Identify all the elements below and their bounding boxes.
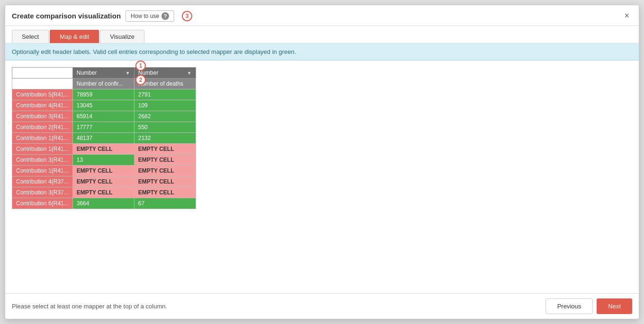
cell-col2-2[interactable]: 2682	[134, 111, 196, 122]
previous-button[interactable]: Previous	[546, 298, 593, 314]
cell-col1-6[interactable]: 13	[72, 155, 134, 166]
info-bar-text: Optionally edit header labels. Valid cel…	[12, 48, 296, 55]
how-to-use-button[interactable]: How to use ?	[125, 10, 174, 22]
close-button[interactable]: ×	[621, 10, 632, 22]
col-header-1-label: Number	[77, 70, 97, 76]
annotation-badge-1: 1	[135, 61, 146, 71]
table-row: Contribution 4(R41...13045109	[12, 100, 196, 111]
tab-visualize[interactable]: Visualize	[100, 30, 144, 43]
table-row: Contribution 5(R41...789592791	[12, 89, 196, 100]
row-label-2: Contribution 3(R41...	[12, 111, 73, 122]
cell-col1-9: EMPTY CELL	[72, 187, 134, 198]
next-button[interactable]: Next	[597, 298, 632, 314]
table-row: Contribution 3(R41...13EMPTY CELL	[12, 155, 196, 166]
info-bar: Optionally edit header labels. Valid cel…	[5, 44, 639, 61]
cell-col2-6: EMPTY CELL	[134, 155, 196, 166]
modal-title: Create comparison visualization	[12, 12, 121, 20]
table-row: Contribution 1(R41...EMPTY CELLEMPTY CEL…	[12, 144, 196, 155]
tab-select[interactable]: Select	[12, 30, 49, 43]
cell-col2-3[interactable]: 550	[134, 122, 196, 133]
col-subheader-1: Number of confir...	[72, 79, 134, 89]
col-1-dropdown-arrow: ▼	[125, 70, 130, 76]
table-row: Contribution 3(R37...EMPTY CELLEMPTY CEL…	[12, 187, 196, 198]
cell-col2-8: EMPTY CELL	[134, 176, 196, 187]
table-row: Contribution 6(R41...366467	[12, 198, 196, 209]
tab-map-edit[interactable]: Map & edit	[50, 30, 99, 43]
row-label-10: Contribution 6(R41...	[12, 198, 73, 209]
cell-col2-9: EMPTY CELL	[134, 187, 196, 198]
data-table: Number ▼ Number ▼ Num	[12, 67, 196, 209]
footer-message: Please select at least one mapper at the…	[12, 303, 167, 310]
content-area: Number ▼ Number ▼ Num	[5, 61, 639, 293]
column-header-row: Number ▼ Number ▼	[12, 68, 196, 79]
modal-footer: Please select at least one mapper at the…	[5, 293, 639, 319]
col-2-dropdown-arrow: ▼	[187, 70, 192, 76]
table-row: Contribution 4(R37...EMPTY CELLEMPTY CEL…	[12, 176, 196, 187]
cell-col1-7: EMPTY CELL	[72, 166, 134, 176]
row-label-0: Contribution 5(R41...	[12, 89, 73, 100]
table-row: Contribution 3(R41...659142682	[12, 111, 196, 122]
cell-col2-5: EMPTY CELL	[134, 144, 196, 155]
row-label-7: Contribution 1(R41...	[12, 166, 73, 176]
cell-col2-0[interactable]: 2791	[134, 89, 196, 100]
table-row: Contribution 1(R41...EMPTY CELLEMPTY CEL…	[12, 166, 196, 176]
cell-col1-8: EMPTY CELL	[72, 176, 134, 187]
row-label-5: Contribution 1(R41...	[12, 144, 73, 155]
row-label-6: Contribution 3(R41...	[12, 155, 73, 166]
cell-col1-10[interactable]: 3664	[72, 198, 134, 209]
tabs-container: Select Map & edit Visualize	[5, 26, 639, 44]
cell-col1-5: EMPTY CELL	[72, 144, 134, 155]
col-header-1[interactable]: Number ▼	[72, 68, 134, 79]
row-label-9: Contribution 3(R37...	[12, 187, 73, 198]
table-row: Contribution 2(R41...17777550	[12, 122, 196, 133]
modal-header: Create comparison visualization How to u…	[5, 5, 639, 26]
row-label-1: Contribution 4(R41...	[12, 100, 73, 111]
footer-buttons: Previous Next	[546, 298, 632, 314]
row-label-4: Contribution 1(R41...	[12, 133, 73, 144]
how-to-use-label: How to use	[131, 13, 159, 19]
annotation-badge-3-header: 3	[182, 11, 192, 21]
cell-col2-7: EMPTY CELL	[134, 166, 196, 176]
cell-col1-1[interactable]: 13045	[72, 100, 134, 111]
cell-col2-10[interactable]: 67	[134, 198, 196, 209]
cell-col1-4[interactable]: 48137	[72, 133, 134, 144]
annotation-badge-2: 2	[135, 75, 146, 85]
table-row: Contribution 1(R41...481372132	[12, 133, 196, 144]
cell-col2-1[interactable]: 109	[134, 100, 196, 111]
cell-col2-4[interactable]: 2132	[134, 133, 196, 144]
row-label-8: Contribution 4(R37...	[12, 176, 73, 187]
modal-container: Create comparison visualization How to u…	[5, 5, 639, 319]
row-label-3: Contribution 2(R41...	[12, 122, 73, 133]
cell-col1-0[interactable]: 78959	[72, 89, 134, 100]
cell-col1-3[interactable]: 17777	[72, 122, 134, 133]
subheader-row: Number of confir... Number of deaths	[12, 79, 196, 89]
cell-col1-2[interactable]: 65914	[72, 111, 134, 122]
table-body: Contribution 5(R41...789592791Contributi…	[12, 89, 196, 209]
help-icon: ?	[161, 12, 169, 20]
